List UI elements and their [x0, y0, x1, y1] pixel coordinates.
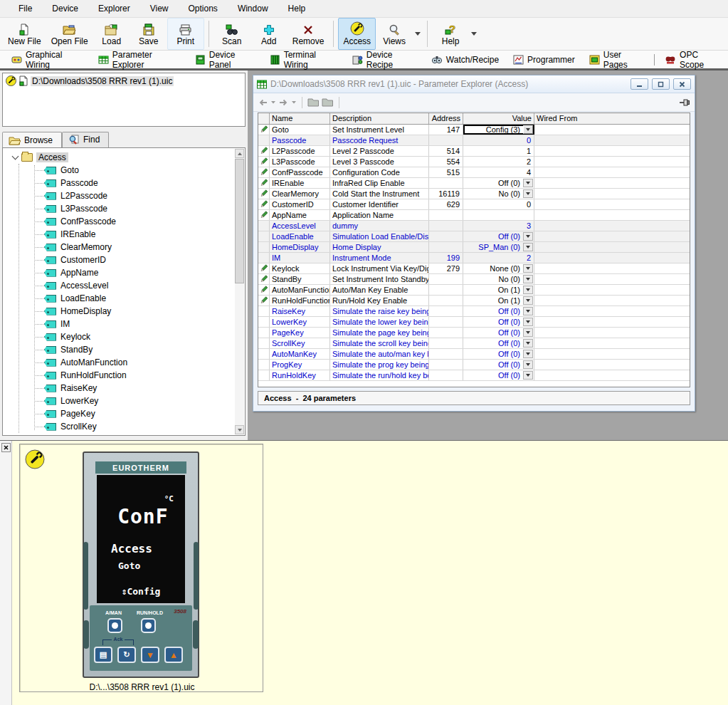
table-row[interactable]: HomeDisplay Home Display SP_Man (0)	[258, 242, 690, 253]
param-description-cell[interactable]: Run/Hold Key Enable	[330, 296, 429, 306]
param-address-cell[interactable]	[429, 285, 463, 295]
param-description-cell[interactable]: Simulate the auto/man key b	[330, 349, 429, 359]
table-row[interactable]: AutoManKey Simulate the auto/man key b O…	[258, 349, 690, 360]
param-address-cell[interactable]: 629	[429, 199, 463, 209]
param-name-cell[interactable]: IREnable	[270, 178, 330, 188]
param-name-cell[interactable]: HomeDisplay	[270, 242, 330, 252]
param-address-cell[interactable]: 279	[429, 263, 463, 273]
param-wired-from-cell[interactable]	[534, 306, 690, 316]
forward-button[interactable]	[278, 98, 289, 107]
param-name-cell[interactable]: LoadEnable	[270, 231, 330, 241]
forward-history-caret[interactable]	[291, 100, 297, 105]
param-value-cell[interactable]: On (1)	[463, 285, 534, 295]
new-file-button[interactable]: New File	[3, 18, 46, 50]
param-description-cell[interactable]: Simulate the lower key being	[330, 317, 429, 327]
param-wired-from-cell[interactable]	[534, 221, 690, 231]
param-name-cell[interactable]: RunHoldKey	[270, 370, 330, 380]
param-value-cell[interactable]	[463, 210, 534, 220]
param-value-cell[interactable]: SP_Man (0)	[463, 242, 534, 252]
tree-item[interactable]: CustomerID	[3, 254, 245, 266]
param-wired-from-cell[interactable]	[534, 360, 690, 370]
param-wired-from-cell[interactable]	[534, 370, 690, 380]
load-button[interactable]: Load	[93, 18, 130, 50]
tree-root-access[interactable]: Access	[3, 151, 245, 164]
param-description-cell[interactable]: InfraRed Clip Enable	[330, 178, 429, 188]
scroll-key-button[interactable]: ↻	[117, 647, 136, 663]
tab-opc-scope[interactable]: OPC Scope	[658, 51, 728, 68]
scroll-up-arrow-icon[interactable]	[235, 149, 244, 158]
param-name-cell[interactable]: Passcode	[270, 135, 330, 145]
param-name-cell[interactable]: PageKey	[270, 328, 330, 338]
param-name-cell[interactable]: ProgKey	[270, 360, 330, 370]
tree-item[interactable]: L3Passcode	[3, 202, 245, 215]
table-row[interactable]: RunHoldFunction Run/Hold Key Enable On (…	[258, 296, 690, 306]
param-address-cell[interactable]	[429, 274, 463, 284]
param-value-cell[interactable]: None (0)	[463, 263, 534, 273]
param-description-cell[interactable]: Simulate the page key being	[330, 328, 429, 338]
root-folder-button[interactable]	[322, 98, 334, 107]
param-value-cell[interactable]: 4	[463, 167, 534, 177]
tree-scrollbar[interactable]	[235, 149, 244, 434]
tree-item[interactable]: LowerKey	[3, 395, 245, 407]
aman-key-button[interactable]	[107, 618, 122, 633]
param-value-cell[interactable]: 2	[463, 157, 534, 167]
table-row[interactable]: ProgKey Simulate the prog key being Off …	[258, 360, 690, 370]
param-description-cell[interactable]: Instrument Mode	[330, 253, 429, 263]
param-value-cell[interactable]: On (1)	[463, 296, 534, 306]
value-dropdown-button[interactable]	[523, 264, 533, 273]
add-button[interactable]: Add	[250, 18, 287, 50]
param-description-cell[interactable]: Level 3 Passcode	[330, 157, 429, 167]
device-file-item[interactable]: D:\Downloads\3508 RRR rev1 (1).uic	[6, 75, 242, 86]
tree-item[interactable]: L2Passcode	[3, 189, 245, 202]
device-file-list[interactable]: D:\Downloads\3508 RRR rev1 (1).uic	[2, 73, 246, 127]
param-address-cell[interactable]	[429, 242, 463, 252]
raise-key-button[interactable]: ▲	[164, 647, 183, 663]
param-value-cell[interactable]: 1	[463, 146, 534, 156]
param-description-cell[interactable]: Simulation Load Enable/Disa	[330, 231, 429, 241]
param-address-cell[interactable]	[429, 317, 463, 327]
param-wired-from-cell[interactable]	[534, 338, 690, 348]
param-address-cell[interactable]: 199	[429, 253, 463, 263]
param-value-cell[interactable]: Off (0)	[463, 328, 534, 338]
chevron-down-icon[interactable]	[12, 152, 19, 160]
close-panel-button[interactable]	[1, 443, 11, 452]
runhold-key-button[interactable]	[141, 618, 156, 633]
param-address-cell[interactable]: 515	[429, 167, 463, 177]
param-description-cell[interactable]: Auto/Man Key Enable	[330, 285, 429, 295]
tree-item[interactable]: AutoManFunction	[3, 356, 245, 369]
param-address-cell[interactable]: 147	[429, 125, 463, 135]
param-name-cell[interactable]: LowerKey	[270, 317, 330, 327]
param-name-cell[interactable]: ConfPasscode	[270, 167, 330, 177]
minimize-button[interactable]	[631, 78, 648, 90]
param-address-cell[interactable]	[429, 338, 463, 348]
open-file-button[interactable]: Open File	[46, 18, 93, 50]
param-description-cell[interactable]: Simulate the scroll key being	[330, 338, 429, 348]
tree-item[interactable]: IREnable	[3, 228, 245, 241]
param-description-cell[interactable]: Level 2 Passcode	[330, 146, 429, 156]
table-row[interactable]: ScrollKey Simulate the scroll key being …	[258, 338, 690, 349]
menu-item[interactable]: Explorer	[88, 0, 140, 17]
save-button[interactable]: Save	[130, 18, 167, 50]
param-value-cell[interactable]: 2	[463, 253, 534, 263]
value-dropdown-button[interactable]	[523, 243, 533, 251]
tree-item[interactable]: PageKey	[3, 407, 245, 420]
param-description-cell[interactable]: Configuration Code	[330, 167, 429, 177]
param-wired-from-cell[interactable]	[534, 317, 690, 327]
table-row[interactable]: ConfPasscode Configuration Code 515 4	[258, 167, 690, 178]
value-dropdown-button[interactable]	[523, 371, 533, 380]
access-button[interactable]: Access	[338, 18, 376, 50]
param-value-cell[interactable]: 0	[463, 199, 534, 209]
param-name-cell[interactable]: StandBy	[270, 274, 330, 284]
param-value-cell[interactable]: 0	[463, 135, 534, 145]
device-frame[interactable]: EUROTHERM °C ConF Access Goto ⇕Config A/…	[19, 444, 263, 692]
param-value-cell[interactable]: No (0)	[463, 189, 534, 199]
tree-item[interactable]: ConfPasscode	[3, 215, 245, 228]
help-dropdown-caret[interactable]	[469, 18, 479, 50]
value-dropdown-button[interactable]	[523, 286, 533, 294]
param-wired-from-cell[interactable]	[534, 178, 690, 188]
page-key-button[interactable]: ▤	[94, 647, 112, 663]
table-row[interactable]: L3Passcode Level 3 Passcode 554 2	[258, 157, 690, 167]
param-wired-from-cell[interactable]	[534, 146, 690, 156]
param-address-cell[interactable]: 16119	[429, 189, 463, 199]
tab-device-panel[interactable]: Device Panel	[188, 51, 263, 68]
